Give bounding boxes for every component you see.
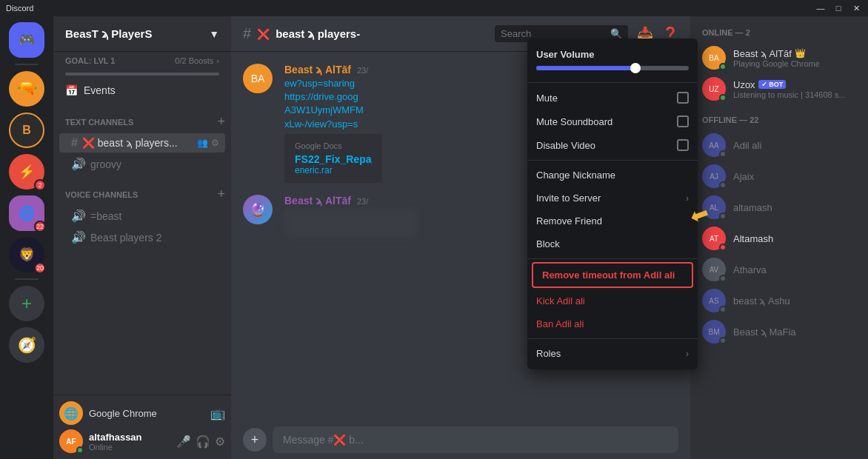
channel-gear-icon[interactable]: ⚙ — [211, 138, 219, 148]
member-name-uzox: Uzox — [733, 79, 755, 90]
member-item-beast-mafia[interactable]: BM Beast ϡ MaFia — [696, 317, 862, 346]
cm-item-invite-to-server[interactable]: Invite to Server › — [527, 187, 698, 210]
voice-channel-icon: 🔊 — [71, 209, 86, 223]
server-icon-pubg[interactable]: 🔫 — [9, 71, 44, 107]
pokemon-badge: 2 — [34, 179, 46, 191]
add-voice-channel-button[interactable]: + — [217, 187, 225, 202]
maximize-button[interactable]: □ — [832, 4, 844, 13]
offline-section-label: OFFLINE — 22 — [696, 115, 862, 124]
member-item-beast-altaf[interactable]: BA Beast ϡ AlTāf 👑 Playing Google Chrome — [696, 43, 862, 73]
channel-item-beast-players[interactable]: # ❌ beast ϡ players... 👥 ⚙ — [59, 133, 225, 153]
cm-remove-timeout-label: Remove timeout from Adil ali — [542, 269, 675, 281]
member-item-ajaix[interactable]: AJ Ajaix — [696, 161, 862, 191]
voice-channels-section: VOICE CHANNELS + — [53, 175, 231, 205]
discord-logo: 🎮 — [19, 32, 35, 48]
member-item-beast-ashu[interactable]: AS beast ϡ Ashu — [696, 286, 862, 315]
screen-share-icon[interactable]: 📺 — [210, 406, 225, 421]
online-section-label: ONLINE — 2 — [696, 28, 862, 37]
member-info-ajaix: Ajaix — [733, 170, 856, 183]
cm-disable-video-checkbox[interactable] — [677, 139, 689, 151]
close-button[interactable]: ✕ — [850, 4, 862, 13]
cm-invite-label: Invite to Server — [536, 192, 601, 204]
server-icon-purple[interactable]: 🌀 22 — [9, 195, 44, 231]
member-item-uzox[interactable]: UZ Uzox ✓ BOT Listening to music | 31460… — [696, 74, 862, 104]
member-info-altamash: altamash — [733, 201, 856, 214]
app-icon: 🌐 — [59, 401, 83, 425]
server-header[interactable]: BeasT ϡ PlayerS ▼ — [53, 16, 231, 52]
cm-mute-soundboard-checkbox[interactable] — [677, 115, 689, 127]
context-menu: User Volume Mute Mute Soundboard — [527, 38, 698, 369]
app-title: Discord — [6, 4, 33, 13]
cm-item-remove-timeout[interactable]: Remove timeout from Adil ali — [532, 262, 693, 288]
server-header-arrow: ▼ — [209, 28, 219, 40]
member-item-adil-ali[interactable]: AA Adil ali — [696, 130, 862, 160]
server-list: 🎮 🔫 B ⚡ 2 🌀 22 🦁 20 + 🧭 — [0, 16, 53, 459]
cm-item-disable-video[interactable]: Disable Video — [527, 133, 698, 157]
purple-icon: 🌀 — [19, 205, 35, 221]
member-item-altamash[interactable]: AL altamash — [696, 192, 862, 222]
cm-item-change-nickname[interactable]: Change Nickname — [527, 164, 698, 187]
cm-disable-video-label: Disable Video — [536, 140, 595, 151]
cm-roles-label: Roles — [536, 348, 561, 359]
cm-item-kick[interactable]: Kick Adil ali — [527, 289, 698, 312]
members-sidebar: ONLINE — 2 BA Beast ϡ AlTāf 👑 Playing Go… — [690, 16, 868, 459]
minimize-button[interactable]: — — [815, 4, 827, 13]
channel-settings-icon[interactable]: 👥 — [197, 138, 208, 148]
channel-item-groovy[interactable]: 🔊 groovy — [59, 154, 225, 174]
member-info-beast-altaf: Beast ϡ AlTāf 👑 Playing Google Chrome — [733, 48, 856, 68]
pubg-icon: 🔫 — [17, 79, 37, 98]
member-name-altamash-red: Altamash — [733, 233, 773, 244]
server-icon-pokemon[interactable]: ⚡ 2 — [9, 154, 44, 190]
cm-mute-checkbox[interactable] — [677, 92, 689, 104]
member-info-altamash-red: Altamash — [733, 232, 856, 245]
events-item[interactable]: 📅 Events — [53, 78, 231, 102]
text-channel-icon: # — [71, 136, 78, 150]
member-name-atharva: Atharva — [733, 264, 767, 275]
member-name-altamash: altamash — [733, 202, 772, 213]
member-item-atharva[interactable]: AV Atharva — [696, 255, 862, 284]
member-name-ajaix: Ajaix — [733, 171, 754, 182]
username-footer: altafhassan — [89, 432, 170, 443]
cm-item-mute[interactable]: Mute — [527, 86, 698, 110]
member-info-adil-ali: Adil ali — [733, 138, 856, 152]
crown-icon: 👑 — [795, 48, 806, 58]
user-info: altafhassan Online — [89, 432, 170, 452]
member-name-beast-altaf: Beast ϡ AlTāf — [733, 48, 792, 59]
server-icon-discord[interactable]: 🎮 — [9, 22, 44, 58]
member-avatar-beast-ashu: AS — [702, 289, 726, 312]
server-separator-2 — [15, 278, 39, 280]
mic-icon[interactable]: 🎤 — [176, 435, 191, 449]
cm-slider-track[interactable] — [536, 66, 689, 70]
channel-name-groovy: groovy — [90, 158, 219, 170]
server-icon-dark[interactable]: 🦁 20 — [9, 237, 44, 272]
boost-count: 0/2 Boosts › — [175, 56, 219, 65]
cm-remove-friend-label: Remove Friend — [536, 215, 602, 227]
channel-item-beast[interactable]: 🔊 =beast — [59, 206, 225, 226]
member-item-altamash-red[interactable]: AT Altamash — [696, 224, 862, 253]
channel-item-beast-players2[interactable]: 🔊 Beast players 2 — [59, 227, 225, 247]
member-avatar-ajaix: AJ — [702, 164, 726, 188]
cm-item-block[interactable]: Block — [527, 232, 698, 255]
online-dot-altamash — [719, 212, 727, 220]
cm-item-roles[interactable]: Roles › — [527, 342, 698, 365]
add-server-button[interactable]: + — [9, 286, 44, 321]
channel-name: ❌ beast ϡ players... — [82, 137, 193, 149]
cm-item-mute-soundboard[interactable]: Mute Soundboard — [527, 110, 698, 133]
cm-invite-arrow: › — [686, 193, 689, 204]
server-separator — [15, 64, 39, 65]
add-text-channel-button[interactable]: + — [217, 114, 225, 130]
voice-channel-name-2: Beast players 2 — [90, 232, 219, 244]
cm-ban-label: Ban Adil ali — [536, 318, 584, 329]
server-name: BeasT ϡ PlayerS — [65, 27, 152, 41]
cm-item-ban[interactable]: Ban Adil ali — [527, 312, 698, 335]
member-info-beast-mafia: Beast ϡ MaFia — [733, 325, 856, 338]
discover-button[interactable]: 🧭 — [9, 327, 44, 363]
cm-item-remove-friend[interactable]: Remove Friend — [527, 210, 698, 232]
cm-block-label: Block — [536, 238, 560, 249]
footer-controls: 🎤 🎧 ⚙ — [176, 435, 225, 449]
headphones-icon[interactable]: 🎧 — [196, 435, 210, 449]
server-icon-beast[interactable]: B — [9, 113, 44, 148]
settings-icon[interactable]: ⚙ — [215, 435, 225, 449]
online-dot-uzox — [719, 94, 727, 101]
online-dot-beast-altaf — [719, 63, 727, 70]
